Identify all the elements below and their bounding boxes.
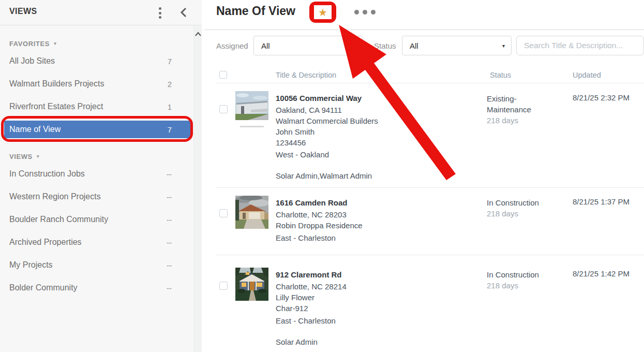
sidebar-item-archived-properties[interactable]: Archived Properties --: [0, 231, 193, 254]
assigned-filter-label: Assigned: [216, 41, 248, 50]
sidebar-item-bolder-community[interactable]: Bolder Community --: [0, 276, 193, 299]
thumbnail-watermark: [235, 126, 268, 127]
row-divider: [216, 187, 644, 188]
collapse-sidebar-icon[interactable]: [180, 7, 187, 20]
search-input[interactable]: [516, 36, 644, 55]
sidebar-item-boulder-ranch-community[interactable]: Boulder Ranch Community --: [0, 208, 193, 231]
job-region: East - Charleston: [276, 316, 336, 325]
job-thumbnail-tan-house[interactable]: [235, 196, 268, 229]
app-screen: VIEWS FAVORITES ▾ All Job Sites 7 Walmar…: [0, 0, 644, 352]
annotation-box-star: ★: [309, 2, 336, 23]
job-details: Charlotte, NC 28203 Robin Droppa Residen…: [276, 209, 363, 231]
row-checkbox[interactable]: [219, 105, 228, 113]
sidebar-title: VIEWS: [9, 7, 37, 16]
job-status: In Construction 218 days: [487, 269, 544, 291]
item-count: 7: [168, 57, 172, 66]
job-details: Charlotte, NC 28214 Lilly Flower Char-91…: [276, 281, 347, 314]
scroll-up-icon[interactable]: [194, 30, 202, 39]
item-count: --: [167, 261, 172, 270]
column-header-updated[interactable]: Updated: [573, 71, 601, 79]
job-updated: 8/21/25 1:42 PM: [573, 269, 630, 278]
job-title[interactable]: 1616 Camden Road: [276, 198, 347, 207]
table-header-divider: [216, 83, 644, 83]
job-admins: Solar Admin: [276, 338, 318, 346]
page-title: Name Of View: [216, 4, 295, 18]
status-filter-select[interactable]: All ▾: [402, 36, 512, 55]
sidebar-item-riverfront-estates-project[interactable]: Riverfront Estates Project 1: [0, 95, 193, 118]
favorite-star-button[interactable]: ★: [314, 5, 332, 19]
row-divider: [216, 255, 644, 255]
main-content: Name Of View ★ Assigned All Status All ▾…: [202, 0, 644, 352]
views-sidebar: VIEWS FAVORITES ▾ All Job Sites 7 Walmar…: [0, 0, 202, 352]
job-age: 218 days: [487, 208, 544, 219]
sidebar-item-my-projects[interactable]: My Projects --: [0, 254, 193, 276]
sidebar-item-name-of-view-selected[interactable]: Name of View 7: [4, 121, 190, 138]
select-all-checkbox[interactable]: [219, 71, 227, 79]
chevron-down-icon: ▾: [54, 41, 56, 46]
title-divider: [204, 30, 644, 30]
sidebar-item-western-region-projects[interactable]: Western Region Projects --: [0, 185, 193, 208]
sidebar-content: FAVORITES ▾ All Job Sites 7 Walmart Buil…: [0, 25, 193, 299]
job-age: 218 days: [487, 280, 544, 291]
item-count: --: [167, 284, 172, 292]
row-checkbox[interactable]: [219, 282, 228, 290]
caret-down-icon: ▾: [502, 43, 505, 49]
row-checkbox[interactable]: [219, 209, 228, 217]
job-age: 218 days: [487, 115, 544, 126]
item-count: 1: [168, 102, 172, 111]
kebab-menu-icon[interactable]: [155, 7, 164, 19]
job-title[interactable]: 912 Claremont Rd: [276, 270, 342, 279]
views-section-header[interactable]: VIEWS ▾: [9, 150, 193, 163]
favorites-section-header[interactable]: FAVORITES ▾: [9, 37, 193, 50]
job-status: In Construction 218 days: [487, 197, 544, 219]
sidebar-item-walmart-builders-projects[interactable]: Walmart Builders Projects 2: [0, 72, 193, 95]
job-details: Oakland, CA 94111 Walmart Commercial Bui…: [276, 105, 378, 148]
column-header-title[interactable]: Title & Description: [276, 71, 336, 79]
column-header-status[interactable]: Status: [490, 71, 511, 79]
job-updated: 8/21/25 1:37 PM: [573, 197, 630, 206]
item-count: --: [167, 193, 172, 201]
item-count: --: [167, 238, 172, 247]
job-thumbnail-commercial-warehouse[interactable]: [235, 91, 268, 124]
job-admins: Solar Admin,Walmart Admin: [276, 171, 372, 180]
sidebar-item-in-construction-jobs[interactable]: In Construction Jobs --: [0, 163, 193, 185]
item-count: 2: [168, 80, 172, 89]
sidebar-scrollbar[interactable]: [193, 25, 202, 352]
star-icon: ★: [318, 7, 327, 18]
job-region: West - Oakland: [276, 150, 329, 159]
job-region: East - Charleston: [276, 233, 336, 242]
job-status: Existing-Maintenance 218 days: [487, 93, 544, 126]
sidebar-item-all-job-sites[interactable]: All Job Sites 7: [0, 50, 193, 72]
ellipsis-menu-icon[interactable]: [354, 10, 376, 14]
item-count: --: [167, 170, 172, 179]
status-filter-label: Status: [374, 41, 396, 50]
chevron-down-icon: ▾: [37, 154, 39, 159]
item-count: --: [167, 215, 172, 224]
job-thumbnail-blue-house-dusk[interactable]: [235, 268, 268, 301]
assigned-filter-select[interactable]: All: [253, 36, 363, 55]
item-count: 7: [168, 125, 172, 134]
job-updated: 8/21/25 2:32 PM: [573, 93, 630, 102]
job-title[interactable]: 10056 Commercial Way: [276, 94, 362, 102]
